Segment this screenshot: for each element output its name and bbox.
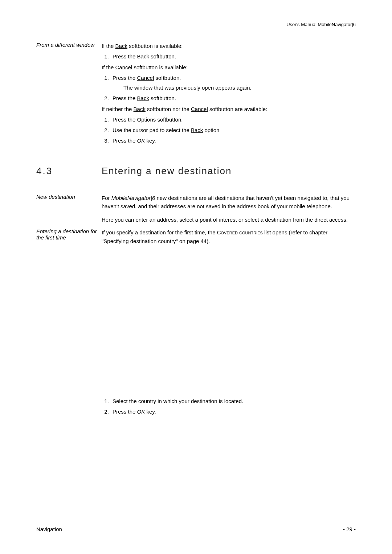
margin-note: From a different window [36, 42, 102, 147]
block-first-time: Entering a destination for the first tim… [36, 228, 356, 247]
list-item: Press the OK key. [110, 407, 356, 416]
body-text: If the Back softbutton is available: Pre… [102, 42, 356, 147]
margin-note: New destination [36, 194, 102, 226]
list-item: Press the Back softbutton. [110, 52, 356, 61]
ok-key-ref: OK [137, 138, 145, 144]
margin-note: Entering a destination for the first tim… [36, 228, 102, 247]
block-from-different-window: From a different window If the Back soft… [36, 42, 356, 147]
back-softbutton-ref: Back [115, 43, 127, 49]
figure-placeholder [36, 250, 356, 395]
body-text: Select the country in which your destina… [102, 395, 356, 418]
options-softbutton-ref: Options [137, 116, 156, 123]
product-name: MobileNavigator|6 [111, 195, 155, 201]
footer-section: Navigation [36, 526, 62, 532]
ok-key-ref: OK [137, 409, 145, 415]
list-item: Press the Options softbutton. [110, 115, 356, 124]
body-text: For MobileNavigator|6 new destinations a… [102, 194, 356, 226]
footer-page-number: - 29 - [343, 526, 356, 532]
list-item: Press the Back softbutton. [110, 94, 356, 102]
cancel-softbutton-ref: Cancel [115, 64, 132, 70]
list-item: Press the OK key. [110, 136, 356, 145]
list-item: Select the country in which your destina… [110, 397, 356, 405]
block-steps: Select the country in which your destina… [36, 395, 356, 418]
section-title: Entering a new destination [102, 165, 232, 177]
page-header-right: User's Manual MobileNavigator|6 [36, 22, 356, 27]
section-heading: 4.3 Entering a new destination [36, 165, 356, 179]
block-new-destination: New destination For MobileNavigator|6 ne… [36, 194, 356, 226]
body-text: If you specify a destination for the fir… [102, 228, 356, 247]
covered-countries-ref: Covered countries [217, 229, 263, 235]
list-item: Use the cursor pad to select the Back op… [110, 126, 356, 134]
section-number: 4.3 [36, 165, 102, 177]
list-item: Press the Cancel softbutton. The window … [110, 74, 356, 92]
page-footer: Navigation - 29 - [36, 523, 356, 532]
